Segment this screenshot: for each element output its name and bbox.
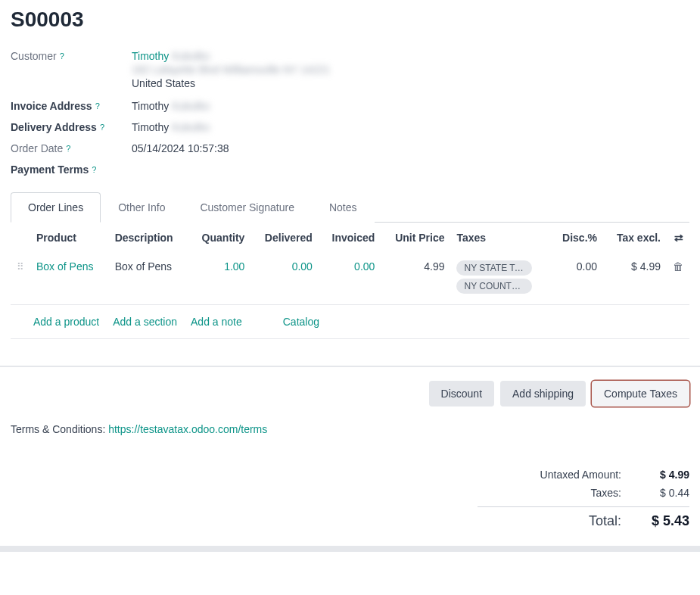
discount-button[interactable]: Discount <box>429 381 494 407</box>
col-taxes: Taxes <box>450 223 549 253</box>
customer-addr2: Williamsville NY 14221 <box>222 64 330 76</box>
line-invoiced[interactable]: 0.00 <box>319 253 381 305</box>
customer-label: Customer? <box>11 50 132 62</box>
help-icon[interactable]: ? <box>92 165 96 174</box>
drag-handle-icon[interactable]: ⠿ <box>17 261 24 273</box>
untaxed-label: Untaxed Amount: <box>478 469 621 481</box>
line-quantity[interactable]: 1.00 <box>188 253 250 305</box>
col-invoiced: Invoiced <box>319 223 381 253</box>
tab-customer-signature[interactable]: Customer Signature <box>182 192 312 223</box>
help-icon[interactable]: ? <box>95 101 100 111</box>
table-row[interactable]: ⠿ Box of Pens Box of Pens 1.00 0.00 0.00… <box>11 253 689 305</box>
add-section-link[interactable]: Add a section <box>113 316 177 328</box>
line-tax-excl: $ 4.99 <box>603 253 667 305</box>
line-unit-price[interactable]: 4.99 <box>381 253 450 305</box>
invoice-address-label: Invoice Address? <box>11 100 132 112</box>
help-icon[interactable]: ? <box>100 123 104 132</box>
help-icon[interactable]: ? <box>66 144 70 153</box>
add-note-link[interactable]: Add a note <box>191 316 242 328</box>
add-shipping-button[interactable]: Add shipping <box>500 381 586 407</box>
tax-badge[interactable]: NY STATE TAX <box>456 260 532 276</box>
invoice-address-value: Timothy Kukulko <box>132 100 689 112</box>
untaxed-value: $ 4.99 <box>636 469 689 481</box>
payment-terms-label: Payment Terms? <box>11 164 132 176</box>
col-disc: Disc.% <box>550 223 603 253</box>
col-description: Description <box>109 223 188 253</box>
tab-other-info[interactable]: Other Info <box>101 192 182 223</box>
tax-badge[interactable]: NY COUNTY TAX <box>456 279 532 294</box>
col-quantity: Quantity <box>188 223 250 253</box>
taxes-label: Taxes: <box>478 487 621 499</box>
customer-name-link[interactable]: Timothy <box>132 50 169 62</box>
line-product[interactable]: Box of Pens <box>30 253 109 305</box>
total-label: Total: <box>478 513 621 529</box>
action-buttons: Discount Add shipping Compute Taxes <box>11 381 689 407</box>
table-link-row: Add a product Add a section Add a note C… <box>11 305 689 339</box>
tab-notes[interactable]: Notes <box>312 192 375 223</box>
totals: Untaxed Amount: $ 4.99 Taxes: $ 0.44 Tot… <box>478 466 689 532</box>
total-value: $ 5.43 <box>636 513 689 529</box>
line-disc[interactable]: 0.00 <box>550 253 603 305</box>
tabs: Order Lines Other Info Customer Signatur… <box>11 192 689 223</box>
trash-icon[interactable]: 🗑 <box>673 260 683 273</box>
order-date-label: Order Date? <box>11 142 132 154</box>
customer-country: United States <box>132 77 689 89</box>
line-delivered[interactable]: 0.00 <box>250 253 319 305</box>
settings-icon[interactable]: ⇄ <box>674 232 683 244</box>
delivery-address-value: Timothy Kukulko <box>132 121 689 133</box>
customer-addr1: 182 Lafayette Blvd <box>132 64 219 76</box>
col-unit-price: Unit Price <box>381 223 450 253</box>
customer-value: Timothy Kukulko 182 Lafayette Blvd Willi… <box>132 50 689 91</box>
customer-name-blur: Kukulko <box>172 50 210 62</box>
line-taxes[interactable]: NY STATE TAX NY COUNTY TAX <box>450 253 549 305</box>
add-product-link[interactable]: Add a product <box>33 316 99 328</box>
delivery-address-label: Delivery Address? <box>11 121 132 133</box>
col-product: Product <box>30 223 109 253</box>
terms-link[interactable]: https://testavatax.odoo.com/terms <box>108 423 267 435</box>
tab-order-lines[interactable]: Order Lines <box>11 192 101 223</box>
col-tax-excl: Tax excl. <box>603 223 667 253</box>
order-number: S00003 <box>11 8 689 32</box>
terms-text: Terms & Conditions: https://testavatax.o… <box>11 423 689 435</box>
order-date-value: 05/14/2024 10:57:38 <box>132 142 689 154</box>
order-lines-table: Product Description Quantity Delivered I… <box>11 223 689 305</box>
col-delivered: Delivered <box>250 223 319 253</box>
compute-taxes-button[interactable]: Compute Taxes <box>592 381 689 407</box>
help-icon[interactable]: ? <box>60 51 64 61</box>
taxes-value: $ 0.44 <box>636 487 689 499</box>
line-description[interactable]: Box of Pens <box>109 253 188 305</box>
catalog-link[interactable]: Catalog <box>283 316 319 328</box>
